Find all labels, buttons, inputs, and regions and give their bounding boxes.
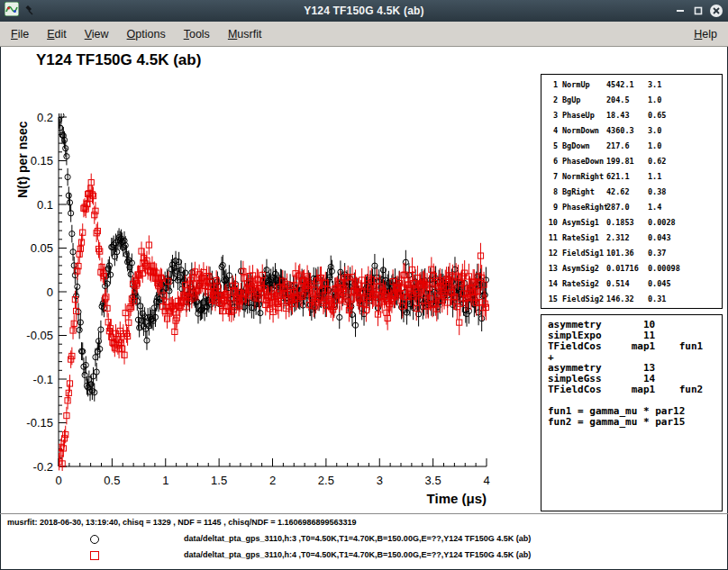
svg-text:3.5: 3.5 xyxy=(425,474,441,487)
menu-edit[interactable]: Edit xyxy=(45,26,68,42)
svg-text:4: 4 xyxy=(483,474,489,487)
menu-file[interactable]: File xyxy=(9,26,31,42)
svg-text:-0.05: -0.05 xyxy=(26,329,53,342)
svg-text:2: 2 xyxy=(269,474,276,487)
param-row: 7NormRight621.11.1 xyxy=(541,169,722,185)
param-row: 4NormDown4360.33.0 xyxy=(541,123,722,139)
param-row: 5BgDown217.61.0 xyxy=(541,139,722,154)
param-row: 6PhaseDown199.810.62 xyxy=(541,154,722,169)
fit-parameter-table: 1NormUp4542.13.12BgUp204.51.03PhaseUp18.… xyxy=(541,74,723,309)
legend-label: data/deltat_pta_gps_3110,h:3 ,T0=4.50K,T… xyxy=(184,534,531,543)
menubar: FileEditViewOptionsToolsMusrfit Help xyxy=(0,22,728,47)
svg-text:0.2: 0.2 xyxy=(37,111,53,124)
svg-text:-0.15: -0.15 xyxy=(26,416,53,430)
svg-text:0: 0 xyxy=(55,474,61,487)
svg-text:0.15: 0.15 xyxy=(31,154,53,167)
pin-icon[interactable] xyxy=(23,3,34,19)
titlebar[interactable]: Y124 TF150G 4.5K (ab) xyxy=(0,0,728,22)
maximize-button[interactable] xyxy=(691,4,705,18)
param-row: 14RateSig20.5140.045 xyxy=(541,276,722,292)
svg-text:0.5: 0.5 xyxy=(104,474,120,487)
legend-entry: data/deltat_pta_gps_3110,h:3 ,T0=4.50K,T… xyxy=(0,532,728,547)
menu-help[interactable]: Help xyxy=(692,26,719,42)
svg-text:0.1: 0.1 xyxy=(37,198,53,212)
square-marker-icon xyxy=(90,551,99,560)
menu-musrfit[interactable]: Musrfit xyxy=(226,26,264,42)
svg-text:0: 0 xyxy=(47,285,53,299)
separator xyxy=(0,513,728,514)
menu-options[interactable]: Options xyxy=(125,26,168,42)
minimize-button[interactable] xyxy=(673,4,687,18)
param-row: 8BgRight42.620.38 xyxy=(541,185,722,200)
svg-text:-0.1: -0.1 xyxy=(33,373,53,386)
svg-text:-0.2: -0.2 xyxy=(33,460,53,474)
menu-tools[interactable]: Tools xyxy=(182,26,212,42)
svg-text:1: 1 xyxy=(162,474,168,487)
status-line: musrfit: 2018-06-30, 13:19:40, chisq = 1… xyxy=(7,518,356,527)
window-title: Y124 TF150G 4.5K (ab) xyxy=(0,5,728,17)
legend-entry: data/deltat_pta_gps_3110,h:4 ,T0=4.50K,T… xyxy=(0,548,728,563)
menu-view[interactable]: View xyxy=(83,26,111,42)
circle-marker-icon xyxy=(90,535,99,544)
svg-text:3: 3 xyxy=(377,474,383,487)
close-button[interactable] xyxy=(709,4,723,18)
param-row: 11RateSig12.3120.043 xyxy=(541,231,722,246)
param-row: 10AsymSig10.18530.0028 xyxy=(541,215,722,231)
y-axis-title: N(t) per nsec xyxy=(15,121,30,198)
svg-text:1.5: 1.5 xyxy=(211,474,227,487)
theory-text: asymmetry 10 simplExpo 11 TFieldCos map1… xyxy=(548,320,715,428)
series-h4-points xyxy=(56,174,488,473)
param-row: 9PhaseRight287.01.4 xyxy=(541,200,722,215)
param-row: 3PhaseUp18.430.65 xyxy=(541,108,722,123)
legend-label: data/deltat_pta_gps_3110,h:4 ,T0=4.50K,T… xyxy=(184,550,531,559)
param-row: 1NormUp4542.13.1 xyxy=(541,77,722,93)
plot-canvas[interactable]: 0.20.150.10.050-0.05-0.1-0.15-0.200.511.… xyxy=(0,47,505,515)
svg-text:0.05: 0.05 xyxy=(31,241,53,255)
app-icon[interactable] xyxy=(5,2,19,20)
param-row: 2BgUp204.51.0 xyxy=(541,93,722,108)
axes xyxy=(59,117,487,466)
menu-items: FileEditViewOptionsToolsMusrfit xyxy=(9,26,263,42)
x-axis-title: Time (μs) xyxy=(427,491,487,506)
app-window: Y124 TF150G 4.5K (ab) FileEditViewOption… xyxy=(0,0,728,570)
theory-block: asymmetry 10 simplExpo 11 TFieldCos map1… xyxy=(541,314,723,511)
param-row: 12FieldSig1101.360.37 xyxy=(541,246,722,261)
param-row: 15FieldSig2146.320.31 xyxy=(541,292,722,307)
param-row: 13AsymSig20.017160.00098 xyxy=(541,261,722,276)
menu-items-right: Help xyxy=(692,26,719,42)
svg-text:2.5: 2.5 xyxy=(318,474,334,487)
